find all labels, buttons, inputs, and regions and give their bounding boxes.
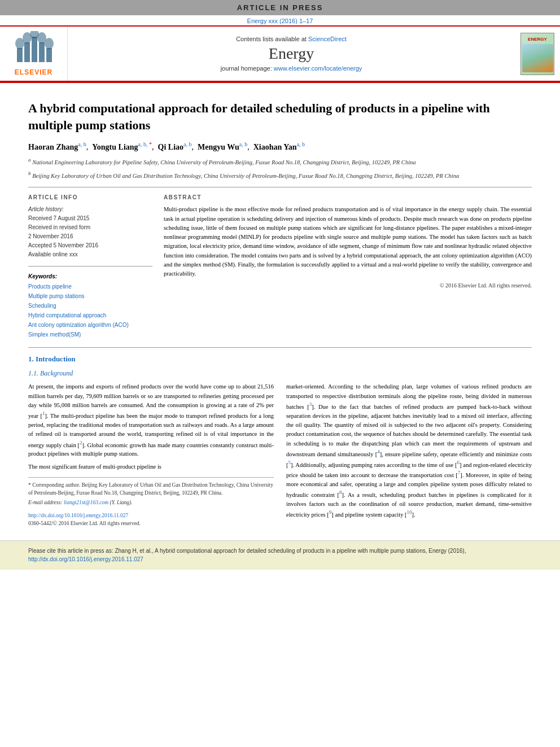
doi-link[interactable]: http://dx.doi.org/10.1016/j.energy.2016.… [28,513,128,518]
sciencedirect-link[interactable]: ScienceDirect [308,36,347,42]
author-haoran-zhang: Haoran Zhang [28,143,78,151]
svg-rect-4 [46,48,52,62]
ref-7[interactable]: 7 [458,470,461,475]
email-link[interactable]: liangt21st@163.com [64,500,108,505]
doi-line: Energy xxx (2016) 1–17 [0,15,560,25]
section-divider-top [28,187,532,187]
journal-url[interactable]: www.elsevier.com/locate/energy [274,65,362,72]
contents-available: Contents lists available at ScienceDirec… [236,36,347,42]
section-introduction-heading: 1. Introduction 1.1. Background [28,355,532,378]
ref-10[interactable]: 10 [407,509,412,515]
doi-text: Energy xxx (2016) 1–17 [247,18,313,24]
citation-doi-link[interactable]: http://dx.doi.org/10.1016/j.energy.2016.… [28,556,143,562]
journal-thumbnail: ENERGY [515,27,560,81]
energy-journal-cover: ENERGY [520,33,554,75]
intro-paragraph-2: The most significant feature of multi-pr… [28,462,274,471]
ref-8[interactable]: 8 [339,490,342,495]
footnote-email: E-mail address: liangt21st@163.com (Y. L… [28,499,274,506]
svg-rect-0 [17,48,23,62]
footnote-area: * Corresponding author. Beijing Key Labo… [28,477,274,527]
main-content: A hybrid computational approach for deta… [0,83,560,535]
svg-point-9 [45,38,54,49]
ref-4[interactable]: 4 [377,449,380,455]
article-in-press-banner: ARTICLE IN PRESS [0,0,560,15]
keyword-3[interactable]: Scheduling [28,301,152,311]
keyword-4[interactable]: Hybrid computational approach [28,311,152,320]
journal-header: ELSEVIER Contents lists available at Sci… [0,25,560,81]
keyword-5[interactable]: Ant colony optimization algorithm (ACO) [28,320,152,330]
intro-paragraph-right: market-oriented. According to the schedu… [286,382,532,519]
svg-rect-1 [24,42,30,62]
ref-6[interactable]: 6 [457,460,460,465]
journal-center: Contents lists available at ScienceDirec… [68,27,515,81]
author-yongtu-liang: Yongtu Liang [92,143,138,151]
abstract-label: ABSTRACT [164,194,532,200]
author-mengyu-wu: Mengyu Wu [198,143,239,151]
body-content: At present, the imports and exports of r… [28,382,532,528]
keywords-label: Keywords: [28,273,152,279]
abstract-panel: ABSTRACT Multi-product pipeline is the m… [164,194,532,339]
journal-name: Energy [269,45,314,63]
keyword-6[interactable]: Simplex method(SM) [28,330,152,339]
page-wrapper: ARTICLE IN PRESS Energy xxx (2016) 1–17 [0,0,560,747]
body-right: market-oriented. According to the schedu… [286,382,532,528]
keywords-section: Keywords: Products pipeline Multiple pum… [28,273,152,339]
section-divider-body [28,347,532,348]
ref-1[interactable]: 1 [42,410,45,416]
ref-3[interactable]: 3 [309,401,312,407]
keyword-2[interactable]: Multiple pump stations [28,291,152,301]
journal-homepage: journal homepage: www.elsevier.com/locat… [221,65,362,72]
affiliation-a: a National Engineering Laboratory for Pi… [28,156,532,167]
article-history: Article history: Received 7 August 2015 … [28,205,152,259]
keyword-1[interactable]: Products pipeline [28,282,152,291]
citation-text: Please cite this article in press as: Zh… [28,547,532,564]
elsevier-logo-area: ELSEVIER [0,27,68,81]
ref-5[interactable]: 5 [288,460,291,465]
author-qi-liao: Qi Liao [158,143,184,151]
authors-line: Haoran Zhanga, b, Yongtu Lianga, b, *, Q… [28,141,532,152]
svg-rect-2 [32,37,37,62]
body-left: At present, the imports and exports of r… [28,382,274,528]
section-1-heading: 1. Introduction [28,355,532,364]
svg-rect-3 [39,42,45,62]
elsevier-tree-icon [14,31,54,65]
copyright-line: © 2016 Elsevier Ltd. All rights reserved… [164,282,532,289]
issn-text: 0360-5442/© 2016 Elsevier Ltd. All right… [28,519,274,527]
intro-paragraph-1: At present, the imports and exports of r… [28,382,274,458]
affiliation-b: b Beijing Key Laboratory of Urban Oil an… [28,170,532,180]
article-info-panel: ARTICLE INFO Article history: Received 7… [28,194,152,339]
article-info-label: ARTICLE INFO [28,194,152,200]
elsevier-logo: ELSEVIER [14,31,54,76]
keywords-divider [28,266,152,267]
abstract-text: Multi-product pipeline is the most effec… [164,205,532,278]
footnote-corresponding: * Corresponding author. Beijing Key Labo… [28,481,274,497]
article-title: A hybrid computational approach for deta… [28,100,532,133]
banner-text: ARTICLE IN PRESS [237,3,323,12]
citation-bar: Please cite this article in press as: Zh… [0,540,560,570]
author-xiaohan-yan: Xiaohan Yan [253,143,297,151]
ref-9[interactable]: 9 [329,509,332,515]
ref-2[interactable]: 2 [80,440,82,445]
elsevier-wordmark: ELSEVIER [15,68,53,76]
article-info-abstract: ARTICLE INFO Article history: Received 7… [28,194,532,339]
section-1-1-heading: 1.1. Background [28,369,532,378]
